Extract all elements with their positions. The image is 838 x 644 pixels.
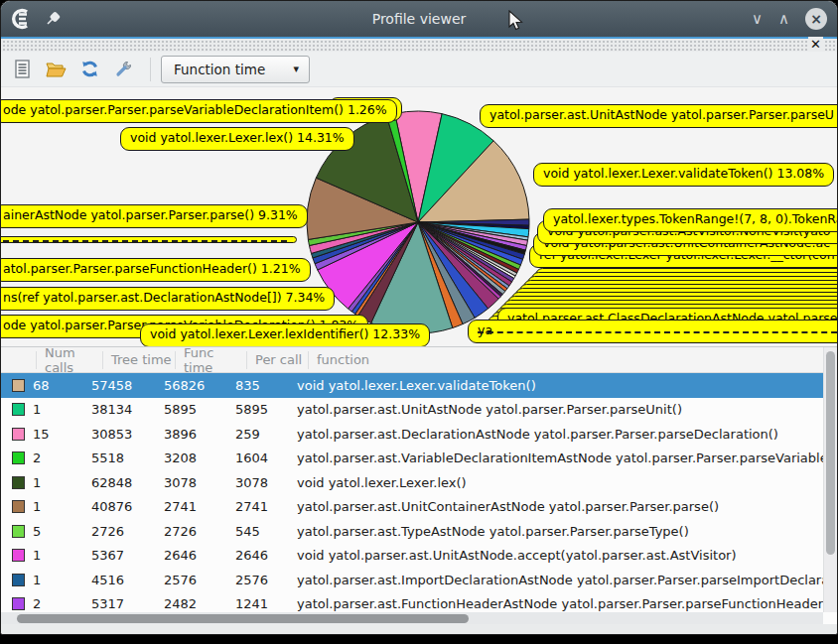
cell-value: 5895 xyxy=(156,402,227,417)
pie-slice-label xyxy=(1,236,297,243)
cell-value: 5317 xyxy=(83,596,156,611)
table-row[interactable]: 1536726462646void yatol.parser.ast.UnitA… xyxy=(1,544,823,569)
cell-value: 5895 xyxy=(227,402,289,417)
open-file-button[interactable] xyxy=(43,57,69,82)
table-row[interactable]: 527262726545yatol.parser.ast.TypeAstNode… xyxy=(1,519,823,544)
cell-value: 1 xyxy=(25,402,83,417)
options-button[interactable] xyxy=(110,57,136,82)
report-icon xyxy=(14,60,31,78)
dock-close-button[interactable]: ✕ xyxy=(808,37,823,52)
cell-value: 38134 xyxy=(83,402,156,417)
table-row[interactable]: 2531724821241yatol.parser.ast.FunctionHe… xyxy=(1,592,823,613)
pie-slice-label: ode yatol.parser.Parser.parseVariableDec… xyxy=(1,99,397,123)
window-title: Profile viewer xyxy=(1,11,837,27)
function-color-swatch xyxy=(12,451,25,464)
wrench-icon xyxy=(114,60,133,78)
chevron-down-icon: ▾ xyxy=(293,63,299,75)
dock-grip[interactable]: ✕ xyxy=(1,39,837,52)
cell-value: 2741 xyxy=(156,499,227,514)
pie-slice-label: void yatol.lexer.Lexer.validateToken() 1… xyxy=(533,163,834,187)
cell-value: 1 xyxy=(25,573,83,587)
pie-slice-label: ya xyxy=(468,320,837,343)
column-header-function[interactable]: function xyxy=(309,351,823,369)
cell-value: 1241 xyxy=(227,596,289,611)
table-row[interactable]: 2551832081604yatol.parser.ast.VariableDe… xyxy=(1,447,823,471)
cell-value: 2482 xyxy=(156,596,227,611)
cell-function: void yatol.lexer.Lexer.validateToken() xyxy=(289,378,823,393)
vertical-scrollbar-thumb[interactable] xyxy=(826,351,835,555)
cell-function: yatol.parser.ast.TypeAstNode yatol.parse… xyxy=(289,524,823,539)
table-row[interactable]: 13813458955895yatol.parser.ast.UnitAstNo… xyxy=(1,398,823,423)
cell-value: 1604 xyxy=(227,451,289,465)
cell-value: 3896 xyxy=(156,427,227,442)
table-row[interactable]: 14087627412741yatol.parser.ast.UnitConta… xyxy=(1,495,823,520)
horizontal-scrollbar[interactable] xyxy=(1,612,823,624)
column-header-per-call[interactable]: Per call xyxy=(247,351,309,369)
cell-function: yatol.parser.ast.FunctionHeaderAstNode y… xyxy=(289,596,823,611)
cell-value: 4516 xyxy=(83,573,156,587)
cell-value: 2 xyxy=(25,451,83,465)
function-color-swatch xyxy=(12,574,25,586)
close-button[interactable]: × xyxy=(805,8,827,30)
cell-function: void yatol.lexer.Lexer.lex() xyxy=(289,475,823,490)
cell-value: 68 xyxy=(25,378,83,393)
cell-value: 2726 xyxy=(83,524,156,539)
pie-slice-label: ns(ref yatol.parser.ast.DeclarationAstNo… xyxy=(1,287,335,311)
cell-function: yatol.parser.ast.ImportDeclarationAstNod… xyxy=(289,573,823,587)
cell-value: 1 xyxy=(25,499,83,514)
cell-value: 5 xyxy=(25,524,83,539)
open-folder-icon xyxy=(46,61,67,77)
pie-slice-label: ainerAstNode yatol.parser.Parser.parse()… xyxy=(1,204,308,228)
toolbar-separator xyxy=(150,58,151,81)
cell-function: yatol.parser.ast.UnitAstNode yatol.parse… xyxy=(289,402,823,417)
cell-value: 5367 xyxy=(83,548,156,563)
cell-value: 2576 xyxy=(227,573,289,587)
cell-value: 3208 xyxy=(156,451,227,465)
cell-value: 56826 xyxy=(156,378,227,393)
chart-mode-dropdown[interactable]: Function time ▾ xyxy=(161,56,310,83)
column-header-num-calls[interactable]: Num calls xyxy=(37,351,103,369)
horizontal-scrollbar-thumb[interactable] xyxy=(17,614,469,623)
refresh-icon xyxy=(80,60,99,78)
function-color-swatch xyxy=(12,500,25,513)
profile-viewer-window: Profile viewer ∨ ∧ × ✕ xyxy=(0,0,838,635)
report-button[interactable] xyxy=(9,57,35,82)
refresh-button[interactable] xyxy=(76,57,102,82)
pie-slice-label: yatol.lexer.types.TokenRange!(7, 8, 0).T… xyxy=(543,208,837,232)
cell-value: 2726 xyxy=(156,524,227,539)
cell-value: 2 xyxy=(25,596,83,611)
function-color-swatch xyxy=(12,476,25,489)
cell-function: yatol.parser.ast.VariableDeclarationItem… xyxy=(289,451,823,465)
function-color-swatch xyxy=(12,379,25,392)
cell-value: 2646 xyxy=(156,548,227,563)
function-color-swatch xyxy=(12,428,25,441)
table-row[interactable]: 1451625762576yatol.parser.ast.ImportDecl… xyxy=(1,568,823,592)
titlebar[interactable]: Profile viewer ∨ ∧ × xyxy=(1,1,837,37)
window-bottom-padding xyxy=(1,624,837,635)
cell-value: 2646 xyxy=(227,548,289,563)
table-row[interactable]: 16284830783078void yatol.lexer.Lexer.lex… xyxy=(1,470,823,495)
cell-function: yatol.parser.ast.DeclarationAstNode yato… xyxy=(289,427,823,442)
profile-pie-pane: ode yatol.parser.Parser.parseVariableDec… xyxy=(1,87,837,346)
column-header-func-time[interactable]: Func time xyxy=(176,351,247,369)
cell-value: 40876 xyxy=(83,499,156,514)
vertical-scrollbar[interactable] xyxy=(823,347,837,612)
cell-value: 3078 xyxy=(227,475,289,490)
function-color-swatch xyxy=(12,525,25,538)
cell-value: 1 xyxy=(25,548,83,563)
cell-value: 57458 xyxy=(83,378,156,393)
pie-slice-label: atol.parser.Parser.parseFunctionHeader()… xyxy=(1,258,311,282)
swatch-column-header[interactable] xyxy=(1,351,37,369)
cell-function: yatol.parser.ast.UnitContainerAstNode ya… xyxy=(289,499,823,514)
minimize-button[interactable]: ∨ xyxy=(752,12,763,27)
maximize-button[interactable]: ∧ xyxy=(778,12,789,27)
cell-value: 1 xyxy=(25,475,83,490)
cell-value: 15 xyxy=(25,427,83,442)
table-row[interactable]: 15308533896259yatol.parser.ast.Declarati… xyxy=(1,422,823,447)
toolbar: Function time ▾ xyxy=(1,52,837,87)
table-row[interactable]: 685745856826835void yatol.lexer.Lexer.va… xyxy=(1,373,823,398)
column-header-tree-time[interactable]: Tree time xyxy=(103,351,176,369)
function-color-swatch xyxy=(12,549,25,562)
cell-value: 545 xyxy=(227,524,289,539)
cell-value: 30853 xyxy=(83,427,156,442)
